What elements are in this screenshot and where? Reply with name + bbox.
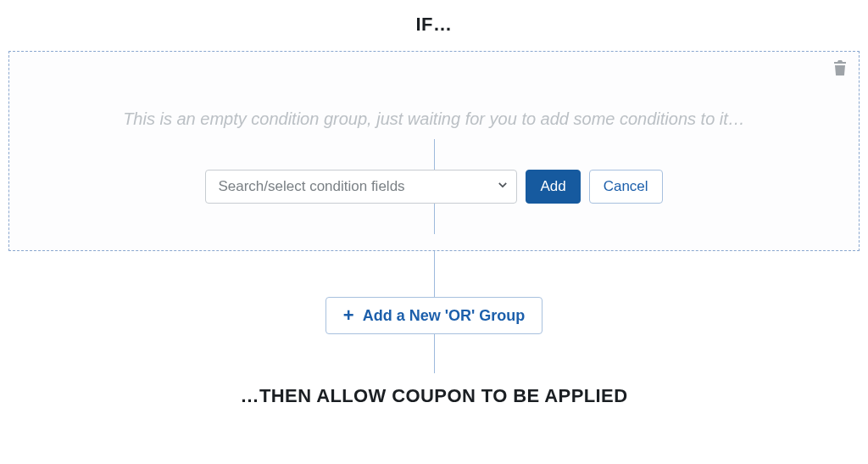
add-or-group-label: Add a New 'OR' Group — [363, 307, 526, 325]
condition-group: This is an empty condition group, just w… — [8, 51, 860, 251]
connector-line — [434, 139, 435, 170]
condition-search-input[interactable] — [205, 170, 517, 204]
connector-line — [434, 251, 435, 297]
condition-builder: IF… This is an empty condition group, ju… — [0, 14, 868, 407]
trash-icon[interactable] — [833, 60, 847, 75]
plus-icon: + — [343, 306, 354, 325]
connector-line — [434, 334, 435, 373]
add-condition-row: Add Cancel — [26, 170, 842, 204]
add-or-group-button[interactable]: + Add a New 'OR' Group — [326, 297, 542, 334]
cancel-condition-button[interactable]: Cancel — [589, 170, 663, 204]
then-heading: …THEN ALLOW COUPON TO BE APPLIED — [8, 385, 860, 407]
condition-select[interactable] — [205, 170, 517, 204]
empty-group-hint: This is an empty condition group, just w… — [26, 109, 842, 129]
or-group-wrap: + Add a New 'OR' Group — [8, 297, 860, 334]
add-condition-button[interactable]: Add — [526, 170, 580, 204]
if-heading: IF… — [8, 14, 860, 36]
connector-line — [434, 204, 435, 234]
